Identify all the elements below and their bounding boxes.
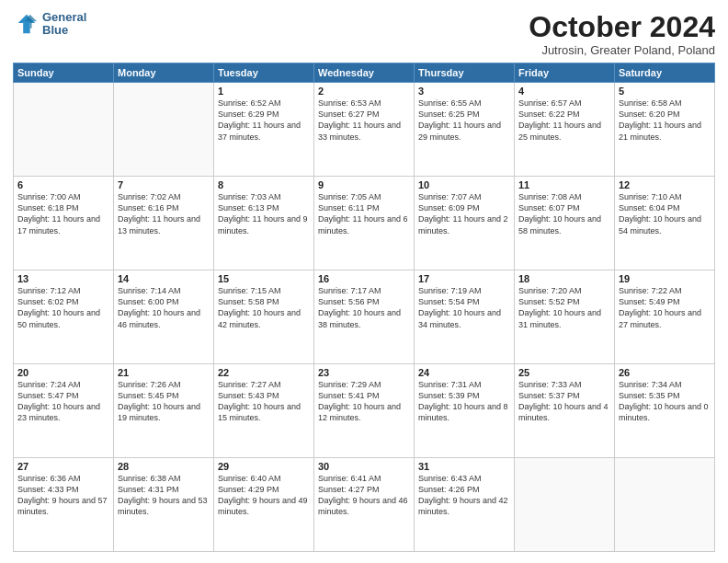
column-header-saturday: Saturday [615, 63, 715, 83]
calendar-cell: 26Sunrise: 7:34 AMSunset: 5:35 PMDayligh… [615, 364, 715, 458]
calendar-cell: 27Sunrise: 6:36 AMSunset: 4:33 PMDayligh… [14, 458, 114, 552]
calendar-cell: 29Sunrise: 6:40 AMSunset: 4:29 PMDayligh… [214, 458, 314, 552]
calendar-cell: 30Sunrise: 6:41 AMSunset: 4:27 PMDayligh… [314, 458, 415, 552]
day-number: 16 [318, 273, 410, 284]
day-number: 14 [118, 273, 210, 284]
logo-line2: Blue [42, 24, 86, 37]
day-info: Sunrise: 6:43 AMSunset: 4:26 PMDaylight:… [418, 473, 510, 518]
calendar-cell: 7Sunrise: 7:02 AMSunset: 6:16 PMDaylight… [114, 177, 214, 270]
day-info: Sunrise: 7:31 AMSunset: 5:39 PMDaylight:… [418, 379, 510, 424]
day-info: Sunrise: 6:52 AMSunset: 6:29 PMDaylight:… [218, 98, 310, 143]
day-info: Sunrise: 7:03 AMSunset: 6:13 PMDaylight:… [218, 191, 310, 236]
day-number: 21 [118, 367, 210, 378]
calendar-cell: 2Sunrise: 6:53 AMSunset: 6:27 PMDaylight… [314, 83, 415, 177]
calendar-cell: 25Sunrise: 7:33 AMSunset: 5:37 PMDayligh… [515, 364, 615, 458]
day-number: 10 [418, 179, 510, 190]
day-number: 2 [318, 86, 410, 97]
day-number: 28 [118, 461, 210, 472]
logo: General Blue [13, 11, 86, 38]
calendar-cell: 21Sunrise: 7:26 AMSunset: 5:45 PMDayligh… [114, 364, 214, 458]
day-info: Sunrise: 6:38 AMSunset: 4:31 PMDaylight:… [118, 473, 210, 518]
day-number: 31 [418, 461, 510, 472]
day-number: 8 [218, 179, 310, 190]
column-header-wednesday: Wednesday [314, 63, 415, 83]
day-info: Sunrise: 6:57 AMSunset: 6:22 PMDaylight:… [518, 98, 610, 143]
header: General Blue October 2024 Jutrosin, Grea… [13, 11, 715, 57]
calendar-cell: 15Sunrise: 7:15 AMSunset: 5:58 PMDayligh… [214, 270, 314, 364]
day-number: 9 [318, 179, 410, 190]
day-number: 30 [318, 461, 410, 472]
calendar-cell: 17Sunrise: 7:19 AMSunset: 5:54 PMDayligh… [415, 270, 515, 364]
day-info: Sunrise: 7:20 AMSunset: 5:52 PMDaylight:… [518, 285, 610, 330]
day-info: Sunrise: 6:36 AMSunset: 4:33 PMDaylight:… [17, 473, 109, 518]
day-number: 7 [118, 179, 210, 190]
day-info: Sunrise: 7:14 AMSunset: 6:00 PMDaylight:… [118, 285, 210, 330]
day-number: 6 [17, 179, 109, 190]
calendar-cell: 18Sunrise: 7:20 AMSunset: 5:52 PMDayligh… [515, 270, 615, 364]
day-info: Sunrise: 7:29 AMSunset: 5:41 PMDaylight:… [318, 379, 410, 424]
calendar-cell: 28Sunrise: 6:38 AMSunset: 4:31 PMDayligh… [114, 458, 214, 552]
calendar-cell: 22Sunrise: 7:27 AMSunset: 5:43 PMDayligh… [214, 364, 314, 458]
day-info: Sunrise: 6:53 AMSunset: 6:27 PMDaylight:… [318, 98, 410, 143]
day-info: Sunrise: 7:07 AMSunset: 6:09 PMDaylight:… [418, 191, 510, 236]
day-info: Sunrise: 7:19 AMSunset: 5:54 PMDaylight:… [418, 285, 510, 330]
month-title: October 2024 [529, 11, 715, 43]
calendar-cell: 20Sunrise: 7:24 AMSunset: 5:47 PMDayligh… [14, 364, 114, 458]
calendar-table: SundayMondayTuesdayWednesdayThursdayFrid… [13, 63, 715, 552]
calendar-cell: 1Sunrise: 6:52 AMSunset: 6:29 PMDaylight… [214, 83, 314, 177]
calendar-cell: 10Sunrise: 7:07 AMSunset: 6:09 PMDayligh… [415, 177, 515, 270]
column-header-friday: Friday [515, 63, 615, 83]
calendar-header-row: SundayMondayTuesdayWednesdayThursdayFrid… [14, 63, 715, 83]
column-header-sunday: Sunday [14, 63, 114, 83]
day-number: 1 [218, 86, 310, 97]
day-number: 22 [218, 367, 310, 378]
week-row-5: 27Sunrise: 6:36 AMSunset: 4:33 PMDayligh… [14, 458, 715, 552]
day-number: 11 [518, 179, 610, 190]
day-number: 20 [17, 367, 109, 378]
day-info: Sunrise: 7:02 AMSunset: 6:16 PMDaylight:… [118, 191, 210, 236]
day-info: Sunrise: 7:12 AMSunset: 6:02 PMDaylight:… [17, 285, 109, 330]
day-number: 25 [518, 367, 610, 378]
calendar-cell: 19Sunrise: 7:22 AMSunset: 5:49 PMDayligh… [615, 270, 715, 364]
day-number: 19 [619, 273, 711, 284]
day-info: Sunrise: 7:00 AMSunset: 6:18 PMDaylight:… [17, 191, 109, 236]
calendar-cell: 11Sunrise: 7:08 AMSunset: 6:07 PMDayligh… [515, 177, 615, 270]
column-header-thursday: Thursday [415, 63, 515, 83]
logo-text: General Blue [42, 11, 86, 38]
calendar-cell: 12Sunrise: 7:10 AMSunset: 6:04 PMDayligh… [615, 177, 715, 270]
calendar-cell: 24Sunrise: 7:31 AMSunset: 5:39 PMDayligh… [415, 364, 515, 458]
calendar-cell: 31Sunrise: 6:43 AMSunset: 4:26 PMDayligh… [415, 458, 515, 552]
day-number: 17 [418, 273, 510, 284]
day-number: 12 [619, 179, 711, 190]
column-header-monday: Monday [114, 63, 214, 83]
calendar-cell [14, 83, 114, 177]
day-info: Sunrise: 7:33 AMSunset: 5:37 PMDaylight:… [518, 379, 610, 424]
day-info: Sunrise: 7:27 AMSunset: 5:43 PMDaylight:… [218, 379, 310, 424]
day-info: Sunrise: 7:17 AMSunset: 5:56 PMDaylight:… [318, 285, 410, 330]
day-number: 18 [518, 273, 610, 284]
week-row-3: 13Sunrise: 7:12 AMSunset: 6:02 PMDayligh… [14, 270, 715, 364]
logo-line1: General [42, 11, 86, 24]
day-info: Sunrise: 6:41 AMSunset: 4:27 PMDaylight:… [318, 473, 410, 518]
week-row-1: 1Sunrise: 6:52 AMSunset: 6:29 PMDaylight… [14, 83, 715, 177]
calendar-cell: 4Sunrise: 6:57 AMSunset: 6:22 PMDaylight… [515, 83, 615, 177]
calendar-cell: 23Sunrise: 7:29 AMSunset: 5:41 PMDayligh… [314, 364, 415, 458]
day-number: 24 [418, 367, 510, 378]
calendar-cell: 3Sunrise: 6:55 AMSunset: 6:25 PMDaylight… [415, 83, 515, 177]
day-number: 15 [218, 273, 310, 284]
title-block: October 2024 Jutrosin, Greater Poland, P… [529, 11, 715, 57]
day-info: Sunrise: 6:40 AMSunset: 4:29 PMDaylight:… [218, 473, 310, 518]
day-number: 3 [418, 86, 510, 97]
day-info: Sunrise: 7:05 AMSunset: 6:11 PMDaylight:… [318, 191, 410, 236]
week-row-4: 20Sunrise: 7:24 AMSunset: 5:47 PMDayligh… [14, 364, 715, 458]
day-info: Sunrise: 7:24 AMSunset: 5:47 PMDaylight:… [17, 379, 109, 424]
day-info: Sunrise: 7:10 AMSunset: 6:04 PMDaylight:… [619, 191, 711, 236]
day-number: 29 [218, 461, 310, 472]
day-info: Sunrise: 7:34 AMSunset: 5:35 PMDaylight:… [619, 379, 711, 424]
calendar-cell: 8Sunrise: 7:03 AMSunset: 6:13 PMDaylight… [214, 177, 314, 270]
day-info: Sunrise: 7:26 AMSunset: 5:45 PMDaylight:… [118, 379, 210, 424]
day-number: 23 [318, 367, 410, 378]
location-subtitle: Jutrosin, Greater Poland, Poland [529, 43, 715, 57]
day-number: 13 [17, 273, 109, 284]
day-info: Sunrise: 7:08 AMSunset: 6:07 PMDaylight:… [518, 191, 610, 236]
